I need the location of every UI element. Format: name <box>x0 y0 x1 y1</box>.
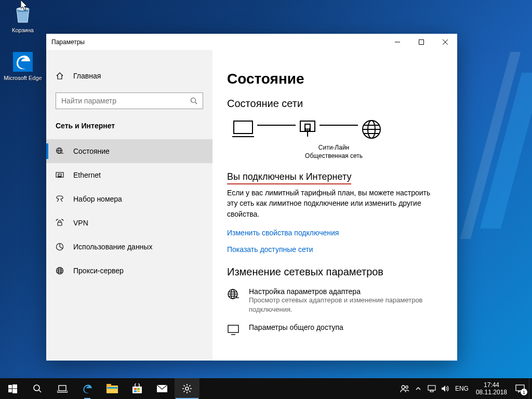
edge-icon <box>12 51 34 73</box>
sidebar-item-datausage[interactable]: Использование данных <box>46 235 212 259</box>
svg-rect-56 <box>107 384 111 387</box>
connected-heading: Вы подключены к Интернету <box>227 171 351 184</box>
sharing-icon <box>227 323 241 337</box>
svg-rect-17 <box>58 222 62 225</box>
svg-rect-46 <box>12 384 17 389</box>
cursor-icon <box>21 0 29 11</box>
show-desktop-button[interactable] <box>529 378 532 399</box>
tray-people-icon[interactable] <box>398 378 411 399</box>
notification-badge: 1 <box>521 389 527 395</box>
content-pane: Состояние Состояние сети Сити-Лайн Общес… <box>212 50 457 361</box>
tray-network-icon[interactable] <box>425 378 438 399</box>
adapter-icon <box>227 287 241 314</box>
svg-point-6 <box>191 98 196 103</box>
svg-rect-43 <box>228 325 238 332</box>
close-button[interactable] <box>433 34 457 50</box>
sidebar-category: Сеть и Интернет <box>46 122 212 139</box>
taskbar-store[interactable] <box>125 378 150 399</box>
switch-icon <box>299 119 316 140</box>
link-show-available-networks[interactable]: Показать доступные сети <box>227 245 443 254</box>
page-title: Состояние <box>227 71 443 87</box>
network-diagram <box>232 119 443 140</box>
search-input[interactable] <box>61 97 181 105</box>
sidebar-item-label: Состояние <box>73 147 110 155</box>
taskview-button[interactable] <box>50 378 75 399</box>
option-title: Параметры общего доступа <box>249 323 343 331</box>
system-tray: ENG 17:44 08.11.2018 1 <box>398 378 532 399</box>
taskbar-edge[interactable] <box>75 378 100 399</box>
sidebar-item-dialup[interactable]: Набор номера <box>46 187 212 211</box>
home-icon <box>56 72 64 80</box>
internet-globe-icon <box>361 119 382 140</box>
sidebar-item-label: Использование данных <box>73 243 152 251</box>
svg-rect-47 <box>8 389 12 392</box>
svg-line-7 <box>195 102 197 104</box>
sidebar-item-label: Набор номера <box>73 195 122 203</box>
maximize-button[interactable] <box>409 34 433 50</box>
net-line <box>320 125 358 126</box>
minimize-button[interactable] <box>385 34 409 50</box>
svg-rect-51 <box>59 385 66 391</box>
svg-point-49 <box>34 385 39 391</box>
network-type: Общественная сеть <box>225 152 443 161</box>
svg-rect-55 <box>107 385 118 393</box>
tray-language[interactable]: ENG <box>452 385 472 392</box>
sidebar-item-vpn[interactable]: VPN <box>46 211 212 235</box>
option-sharing-settings[interactable]: Параметры общего доступа <box>227 323 443 337</box>
taskbar-settings[interactable] <box>175 378 200 399</box>
window-title: Параметры <box>46 38 85 46</box>
option-title: Настройка параметров адаптера <box>249 287 443 296</box>
tray-date: 08.11.2018 <box>476 389 507 396</box>
svg-rect-48 <box>12 389 17 393</box>
taskbar: ENG 17:44 08.11.2018 1 <box>0 378 532 399</box>
data-usage-icon <box>56 243 64 251</box>
svg-line-50 <box>39 390 41 392</box>
svg-rect-24 <box>234 121 252 134</box>
sidebar-item-label: VPN <box>73 219 88 227</box>
titlebar[interactable]: Параметры <box>46 34 457 50</box>
svg-point-65 <box>402 385 405 389</box>
svg-rect-45 <box>8 385 12 389</box>
network-caption: Сити-Лайн Общественная сеть <box>225 144 443 160</box>
tray-chevron-up-icon[interactable] <box>411 378 425 399</box>
search-button[interactable] <box>25 378 50 399</box>
home-label: Главная <box>73 72 101 80</box>
tray-time: 17:44 <box>476 381 507 389</box>
network-name: Сити-Лайн <box>225 144 443 152</box>
taskbar-explorer[interactable] <box>100 378 125 399</box>
tray-volume-icon[interactable] <box>438 378 452 399</box>
net-line <box>257 125 296 126</box>
vpn-icon <box>56 219 64 227</box>
svg-rect-67 <box>428 385 435 390</box>
home-button[interactable]: Главная <box>46 72 212 92</box>
svg-rect-62 <box>137 391 140 393</box>
globe-icon <box>56 267 64 275</box>
connected-body: Если у вас лимитный тарифный план, вы мо… <box>227 188 443 219</box>
svg-rect-3 <box>419 39 424 44</box>
svg-point-64 <box>185 387 189 390</box>
link-change-connection-props[interactable]: Изменить свойства подключения <box>227 229 443 237</box>
section-network-status: Состояние сети <box>227 98 443 110</box>
tray-clock[interactable]: 17:44 08.11.2018 <box>472 381 511 396</box>
option-desc: Просмотр сетевых адаптеров и изменение п… <box>249 296 443 314</box>
search-input-container[interactable] <box>56 92 203 109</box>
desktop-icon-label: Корзина <box>3 27 43 34</box>
taskbar-mail[interactable] <box>150 378 175 399</box>
option-adapter-settings[interactable]: Настройка параметров адаптера Просмотр с… <box>227 287 443 314</box>
sidebar-item-ethernet[interactable]: Ethernet <box>46 163 212 187</box>
svg-rect-57 <box>107 387 117 389</box>
search-icon <box>190 97 197 104</box>
tray-action-center[interactable]: 1 <box>511 378 529 399</box>
desktop-icon-edge[interactable]: Microsoft Edge <box>3 51 43 82</box>
sidebar-item-proxy[interactable]: Прокси-сервер <box>46 259 212 283</box>
settings-window: Параметры Главная Сеть и Интернет Состоя… <box>46 34 457 361</box>
sidebar-item-label: Ethernet <box>73 171 101 179</box>
dialup-icon <box>56 195 64 203</box>
pc-icon <box>232 119 254 140</box>
start-button[interactable] <box>0 378 25 399</box>
ethernet-icon <box>56 171 64 179</box>
sidebar-item-status[interactable]: Состояние <box>46 139 212 163</box>
svg-rect-60 <box>137 388 140 390</box>
globe-wire-icon <box>56 147 64 155</box>
svg-point-66 <box>406 386 408 389</box>
